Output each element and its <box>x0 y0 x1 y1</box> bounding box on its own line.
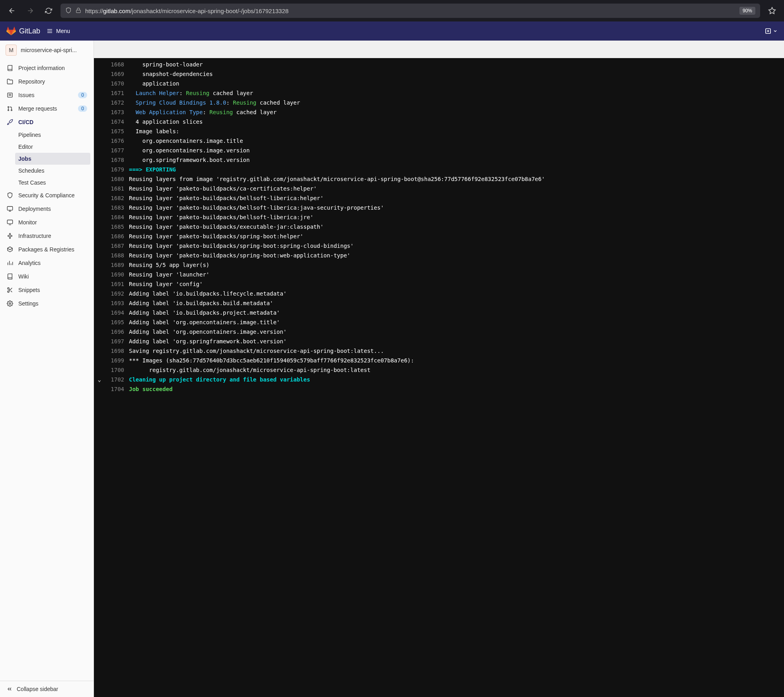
sidebar-item-label: Merge requests <box>18 105 73 112</box>
line-number[interactable]: 1671 <box>101 88 129 98</box>
line-number[interactable]: 1702 <box>101 375 129 384</box>
line-number[interactable]: 1684 <box>101 212 129 222</box>
sidebar-sub-jobs[interactable]: Jobs <box>15 153 90 165</box>
svg-rect-0 <box>76 10 81 12</box>
line-number[interactable]: 1697 <box>101 337 129 346</box>
sidebar-item-packages[interactable]: Packages & Registries <box>3 243 90 256</box>
log-text: Reusing layer 'paketo-buildpacks/bellsof… <box>129 193 784 203</box>
project-header[interactable]: M microservice-api-spri... <box>0 41 94 60</box>
mr-icon <box>6 105 14 112</box>
log-text: ===> EXPORTING <box>129 165 784 174</box>
log-gutter <box>94 270 101 279</box>
log-text: Reusing layer 'launcher' <box>129 270 784 279</box>
sidebar-item-wiki[interactable]: Wiki <box>3 270 90 283</box>
menu-button[interactable]: Menu <box>47 28 70 34</box>
log-gutter <box>94 88 101 98</box>
line-number[interactable]: 1693 <box>101 298 129 308</box>
log-gutter <box>94 136 101 146</box>
line-number[interactable]: 1685 <box>101 222 129 232</box>
sidebar-item-issues[interactable]: Issues0 <box>3 88 90 102</box>
line-number[interactable]: 1694 <box>101 308 129 317</box>
log-line: 1684Reusing layer 'paketo-buildpacks/bel… <box>94 212 784 222</box>
line-number[interactable]: 1686 <box>101 232 129 241</box>
sidebar-item-deploy[interactable]: Deployments <box>3 202 90 216</box>
sidebar-item-infra[interactable]: Infrastructure <box>3 229 90 243</box>
url-text: https://gitlab.com/jonashackt/microservi… <box>85 8 735 14</box>
sidebar-item-cicd[interactable]: CI/CD <box>3 115 90 129</box>
line-number[interactable]: 1704 <box>101 384 129 394</box>
log-text: Reusing 5/5 app layer(s) <box>129 260 784 270</box>
bookmark-star-icon[interactable] <box>766 4 778 17</box>
log-gutter <box>94 356 101 365</box>
log-line: 1695Adding label 'org.opencontainers.ima… <box>94 317 784 327</box>
line-number[interactable]: 1699 <box>101 356 129 365</box>
log-line: 1690Reusing layer 'launcher' <box>94 270 784 279</box>
log-gutter <box>94 232 101 241</box>
back-button[interactable] <box>6 4 18 17</box>
line-number[interactable]: 1695 <box>101 317 129 327</box>
svg-rect-17 <box>7 220 12 224</box>
sidebar-item-security[interactable]: Security & Compliance <box>3 189 90 202</box>
chevron-down-icon[interactable]: ⌄ <box>94 375 101 384</box>
sidebar-item-mr[interactable]: Merge requests0 <box>3 102 90 115</box>
log-text: Cleaning up project directory and file b… <box>129 375 784 384</box>
sidebar: M microservice-api-spri... Project infor… <box>0 41 94 697</box>
infra-icon <box>6 232 14 239</box>
line-number[interactable]: 1698 <box>101 346 129 356</box>
line-number[interactable]: 1696 <box>101 327 129 337</box>
settings-icon <box>6 300 14 307</box>
log-line: 1678 org.springframework.boot.version <box>94 155 784 165</box>
line-number[interactable]: 1687 <box>101 241 129 251</box>
collapse-sidebar[interactable]: Collapse sidebar <box>0 681 94 697</box>
forward-button[interactable] <box>24 4 37 17</box>
gitlab-logo[interactable]: GitLab <box>6 26 40 36</box>
new-dropdown[interactable] <box>765 28 778 34</box>
line-number[interactable]: 1670 <box>101 79 129 88</box>
sidebar-item-settings[interactable]: Settings <box>3 297 90 310</box>
log-line: 1681Reusing layer 'paketo-buildpacks/ca-… <box>94 184 784 193</box>
line-number[interactable]: 1668 <box>101 60 129 69</box>
sidebar-item-repo[interactable]: Repository <box>3 75 90 88</box>
log-line: 1668 spring-boot-loader <box>94 60 784 69</box>
line-number[interactable]: 1689 <box>101 260 129 270</box>
line-number[interactable]: 1669 <box>101 69 129 79</box>
line-number[interactable]: 1681 <box>101 184 129 193</box>
job-log[interactable]: 1668 spring-boot-loader1669 snapshot-dep… <box>94 58 784 697</box>
svg-point-24 <box>8 291 9 292</box>
sidebar-item-analytics[interactable]: Analytics <box>3 256 90 270</box>
url-bar[interactable]: https://gitlab.com/jonashackt/microservi… <box>60 4 760 18</box>
log-gutter <box>94 117 101 127</box>
log-gutter <box>94 193 101 203</box>
line-number[interactable]: 1691 <box>101 279 129 289</box>
line-number[interactable]: 1674 <box>101 117 129 127</box>
line-number[interactable]: 1690 <box>101 270 129 279</box>
zoom-badge[interactable]: 90% <box>739 7 755 15</box>
sidebar-item-snippets[interactable]: Snippets <box>3 283 90 297</box>
sidebar-sub-testcases[interactable]: Test Cases <box>15 177 90 189</box>
sidebar-item-label: Snippets <box>18 287 87 293</box>
line-number[interactable]: 1676 <box>101 136 129 146</box>
line-number[interactable]: 1679 <box>101 165 129 174</box>
lock-icon <box>76 8 81 14</box>
line-number[interactable]: 1678 <box>101 155 129 165</box>
sidebar-item-monitor[interactable]: Monitor <box>3 216 90 229</box>
menu-label: Menu <box>56 28 70 34</box>
line-number[interactable]: 1700 <box>101 365 129 375</box>
line-number[interactable]: 1680 <box>101 174 129 184</box>
line-number[interactable]: 1675 <box>101 127 129 136</box>
sidebar-sub-pipelines[interactable]: Pipelines <box>15 129 90 141</box>
line-number[interactable]: 1683 <box>101 203 129 212</box>
reload-button[interactable] <box>42 4 55 17</box>
sidebar-sub-schedules[interactable]: Schedules <box>15 165 90 177</box>
log-gutter <box>94 127 101 136</box>
log-gutter <box>94 289 101 298</box>
line-number[interactable]: 1692 <box>101 289 129 298</box>
log-gutter <box>94 279 101 289</box>
line-number[interactable]: 1682 <box>101 193 129 203</box>
line-number[interactable]: 1672 <box>101 98 129 107</box>
sidebar-item-info[interactable]: Project information <box>3 61 90 75</box>
line-number[interactable]: 1673 <box>101 107 129 117</box>
line-number[interactable]: 1688 <box>101 251 129 260</box>
line-number[interactable]: 1677 <box>101 146 129 155</box>
sidebar-sub-editor[interactable]: Editor <box>15 141 90 153</box>
